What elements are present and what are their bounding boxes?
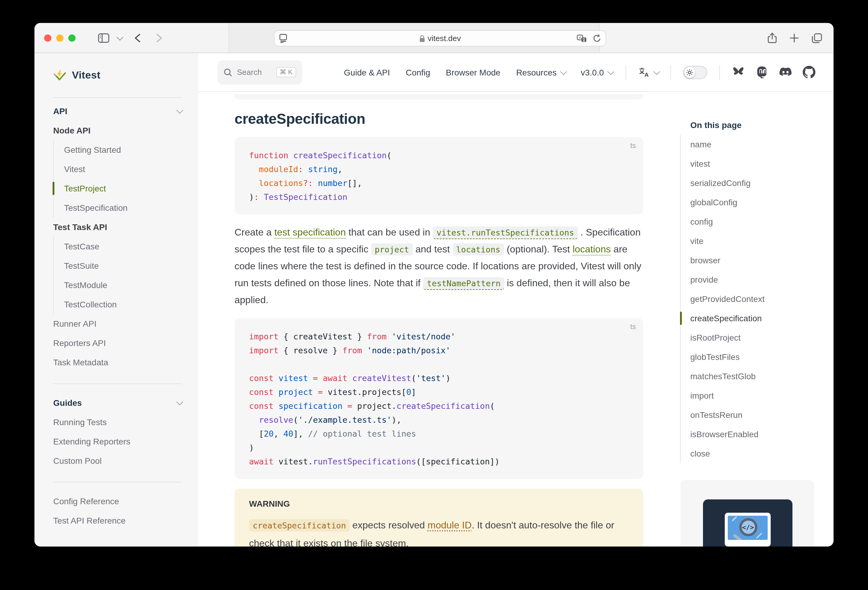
outline-item-isrootproject[interactable]: isRootProject (681, 328, 816, 347)
sidebar-item-testproject[interactable]: TestProject (54, 179, 182, 198)
outline-item-isbrowserenabled[interactable]: isBrowserEnabled (681, 425, 816, 444)
outline-item-serializedconfig[interactable]: serializedConfig (681, 173, 816, 193)
outline-item-name[interactable]: name (681, 135, 816, 154)
outline-item-createspecification[interactable]: createSpecification (681, 309, 816, 328)
sidebar-item-testcollection[interactable]: TestCollection (54, 295, 182, 314)
sidebar-item-group: TestCaseTestSuiteTestModuleTestCollectio… (53, 237, 182, 314)
minimize-window-button[interactable] (56, 34, 63, 42)
inline-link[interactable]: locations (573, 244, 611, 254)
sidebar-group-guides[interactable]: Guides (53, 393, 182, 412)
code-line: [20, 40], // optional test lines (249, 427, 629, 441)
code-line: import { createVitest } from 'vitest/nod… (249, 330, 629, 344)
sidebar-divider (53, 384, 182, 384)
sidebar-item-running-tests[interactable]: Running Tests (53, 412, 182, 432)
language-menu[interactable]: A (638, 67, 658, 77)
search-icon (224, 68, 232, 77)
zoom-window-button[interactable] (68, 34, 75, 42)
sidebar-item-config-reference[interactable]: Config Reference (53, 491, 182, 511)
sidebar-item-extending-reporters[interactable]: Extending Reporters (53, 432, 182, 451)
sidebar-nav: APINode APIGetting StartedVitestTestProj… (53, 98, 182, 530)
code-line: ) (249, 441, 629, 455)
screen: vitest.dev A (0, 0, 868, 590)
chevron-down-icon (560, 68, 567, 75)
outline-item-browser[interactable]: browser (681, 251, 816, 270)
outline-item-matchestestglob[interactable]: matchesTestGlob (681, 366, 816, 386)
mastodon-icon[interactable] (756, 66, 768, 78)
outline-list: namevitestserializedConfigglobalConfigco… (680, 135, 816, 463)
sidebar-item-task-metadata[interactable]: Task Metadata (53, 353, 182, 372)
inline-code-link[interactable]: vitest.runTestSpecifications (433, 227, 577, 239)
doc-content: createSpecification ts function createSp… (235, 92, 643, 546)
svg-text:A: A (644, 72, 649, 77)
inline-code: createSpecification (249, 519, 350, 531)
nav-link-guide-api[interactable]: Guide & API (344, 67, 390, 77)
outline-item-import[interactable]: import (681, 386, 816, 405)
sidebar-item-getting-started[interactable]: Getting Started (54, 140, 182, 159)
nav-link-resources[interactable]: Resources (516, 67, 565, 77)
sidebar-item-group: Getting StartedVitestTestProjectTestSpec… (53, 140, 182, 218)
theme-toggle[interactable] (683, 66, 707, 79)
doc-paragraph: Create a test specification that can be … (235, 224, 643, 309)
sidebar-item-testcase[interactable]: TestCase (54, 237, 182, 256)
outline-title: On this page (680, 120, 816, 130)
new-tab-icon[interactable] (787, 23, 802, 53)
sidebar-item-custom-pool[interactable]: Custom Pool (53, 451, 182, 471)
code-line: resolve('./example.test.ts'), (249, 413, 629, 427)
code-line: const project = vitest.projects[0] (249, 385, 629, 399)
nav-link-browser-mode[interactable]: Browser Mode (446, 67, 500, 77)
nav-link-label: Browser Mode (446, 67, 500, 77)
outline-item-globalconfig[interactable]: globalConfig (681, 193, 816, 212)
outline-item-config[interactable]: config (681, 212, 816, 231)
outline-item-globtestfiles[interactable]: globTestFiles (681, 347, 816, 366)
nav-link-label: Guide & API (344, 67, 390, 77)
inline-code-link[interactable]: testNamePattern (423, 277, 504, 290)
sidebar-toggle-icon[interactable] (95, 23, 112, 53)
toolbar-chevron-down-icon[interactable] (114, 23, 124, 53)
code-line: moduleId: string, (249, 162, 629, 177)
example-code-block: ts import { createVitest } from 'vitest/… (235, 318, 643, 479)
sidebar-item-runner-api[interactable]: Runner API (53, 314, 182, 333)
outline-item-close[interactable]: close (681, 444, 816, 463)
inline-link[interactable]: test specification (275, 227, 346, 237)
active-item-marker (53, 182, 55, 195)
nav-link-label: v3.0.0 (581, 67, 604, 77)
sidebar-item-testsuite[interactable]: TestSuite (54, 256, 182, 275)
back-button[interactable] (130, 23, 145, 53)
tab-overview-icon[interactable] (809, 23, 824, 53)
share-icon[interactable] (765, 23, 779, 53)
sidebar-divider (53, 482, 182, 483)
nav-link-v3-0-0[interactable]: v3.0.0 (581, 67, 612, 77)
sidebar-item-testmodule[interactable]: TestModule (54, 275, 182, 295)
search-button[interactable]: Search ⌘ K (218, 60, 302, 84)
nav-link-label: Config (406, 67, 430, 77)
outline-item-getprovidedcontext[interactable]: getProvidedContext (681, 289, 816, 309)
bluesky-icon[interactable] (732, 66, 745, 78)
sidebar-group-api[interactable]: API (53, 102, 182, 121)
text-run: that can be used in (346, 227, 433, 237)
outline-item-vite[interactable]: vite (681, 231, 816, 251)
close-window-button[interactable] (44, 34, 52, 42)
sponsor-card[interactable]: </> (681, 480, 814, 546)
address-bar[interactable]: vitest.dev A (274, 30, 606, 47)
code-line: function createSpecification( (249, 149, 629, 162)
sidebar-item-test-api-reference[interactable]: Test API Reference (53, 511, 182, 530)
outline-item-provide[interactable]: provide (681, 270, 816, 289)
translate-icon[interactable]: A (577, 34, 587, 43)
reload-icon[interactable] (593, 34, 601, 43)
translate-icon: A (638, 67, 650, 77)
forward-button[interactable] (152, 23, 166, 53)
site-navbar: Search ⌘ K Guide & APIConfigBrowser Mode… (198, 53, 834, 92)
inline-link[interactable]: module ID (428, 520, 472, 530)
outline-item-ontestsrerun[interactable]: onTestsRerun (681, 405, 816, 425)
text-run: (optional). Test (504, 244, 573, 254)
github-icon[interactable] (803, 66, 815, 78)
sidebar-item-reporters-api[interactable]: Reporters API (53, 333, 182, 353)
site-logo[interactable]: Vitest (53, 53, 182, 97)
nav-link-config[interactable]: Config (406, 67, 430, 77)
outline-item-vitest[interactable]: vitest (681, 154, 816, 173)
text-run: and test (413, 244, 453, 254)
sidebar-item-vitest[interactable]: Vitest (54, 159, 182, 179)
discord-icon[interactable] (779, 66, 792, 78)
sidebar-section-node-api: Node API (53, 121, 182, 140)
sidebar-item-testspecification[interactable]: TestSpecification (54, 198, 182, 218)
